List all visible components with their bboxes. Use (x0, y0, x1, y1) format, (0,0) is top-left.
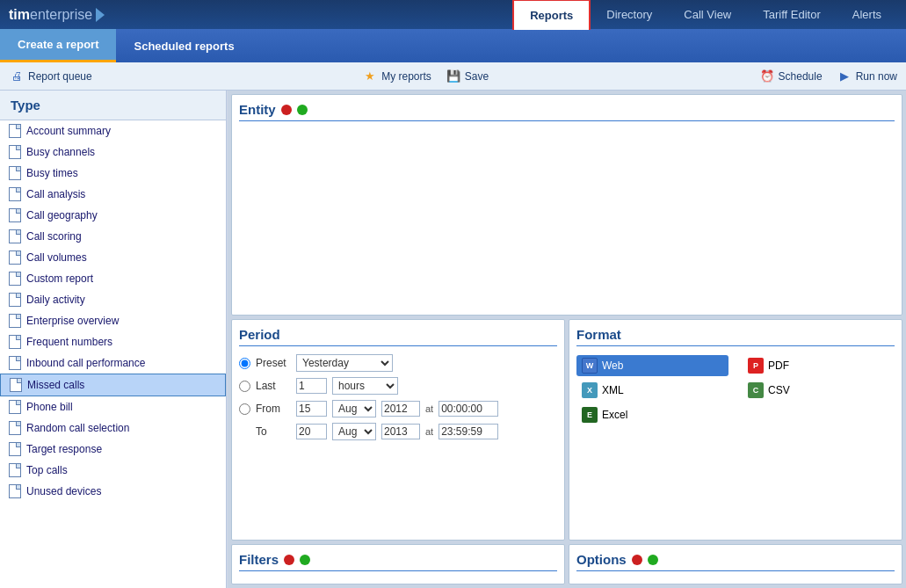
to-month-select[interactable]: JanFebMarAprMayJunJulAugSepOctNovDec (332, 423, 376, 440)
nav-item-tariff[interactable]: Tariff Editor (747, 0, 837, 29)
last-radio[interactable] (239, 381, 250, 392)
schedule-label: Schedule (779, 70, 823, 83)
format-xml-label: XML (602, 384, 624, 396)
from-month-select[interactable]: JanFebMarAprMayJunJulAugSepOctNovDec (332, 400, 376, 417)
doc-icon (9, 272, 21, 286)
at-label2: at (425, 426, 433, 437)
type-list-item[interactable]: Inbound call performance (0, 352, 226, 374)
type-item-label: Call analysis (26, 188, 85, 200)
save-button[interactable]: 💾 Save (446, 69, 489, 84)
save-label: Save (465, 70, 489, 83)
entity-box: Entity (231, 94, 902, 316)
format-grid: W Web P PDF X XML C CSV E Excel (576, 355, 895, 425)
doc-icon (9, 400, 21, 414)
main-content: Type Account summaryBusy channelsBusy ti… (0, 91, 906, 588)
clock-icon: ⏰ (759, 69, 775, 84)
preset-radio[interactable] (239, 358, 250, 369)
period-title: Period (239, 327, 557, 346)
preset-select[interactable]: TodayYesterdayThis weekLast weekThis mon… (296, 354, 393, 372)
type-list-item[interactable]: Custom report (0, 268, 226, 289)
doc-icon (9, 208, 21, 222)
entity-add-icon[interactable] (297, 105, 308, 115)
type-list-item[interactable]: Enterprise overview (0, 310, 226, 331)
report-queue-button[interactable]: 🖨 Report queue (9, 69, 92, 84)
type-item-label: Call scoring (26, 230, 82, 243)
doc-icon (9, 484, 21, 498)
filters-remove-icon[interactable] (284, 555, 294, 565)
entity-remove-icon[interactable] (281, 105, 292, 115)
type-list[interactable]: Account summaryBusy channelsBusy timesCa… (0, 120, 226, 588)
doc-icon (9, 187, 21, 201)
logo: timenterprise (9, 7, 105, 23)
csv-icon: C (748, 382, 764, 398)
nav-item-directory[interactable]: Directory (591, 0, 668, 29)
logo-tim: tim (9, 7, 30, 23)
type-list-item[interactable]: Phone bill (0, 396, 226, 417)
format-pdf-label: PDF (768, 359, 789, 372)
options-add-icon[interactable] (648, 555, 658, 565)
doc-icon (9, 229, 21, 243)
nav-item-callview[interactable]: Call View (668, 0, 747, 29)
last-num-input[interactable] (296, 378, 327, 394)
options-title: Options (576, 552, 895, 571)
type-list-item[interactable]: Call geography (0, 205, 226, 226)
type-list-item[interactable]: Daily activity (0, 289, 226, 310)
type-list-item[interactable]: Missed calls (0, 374, 226, 396)
xml-icon: X (582, 382, 598, 398)
format-xml[interactable]: X XML (576, 380, 728, 401)
type-list-item[interactable]: Call volumes (0, 247, 226, 268)
format-web[interactable]: W Web (576, 355, 728, 376)
tab-create-report[interactable]: Create a report (0, 29, 116, 62)
type-list-item[interactable]: Unused devices (0, 481, 226, 502)
doc-icon (9, 335, 21, 349)
doc-icon (9, 442, 21, 456)
filters-title: Filters (239, 552, 557, 571)
nav-item-alerts[interactable]: Alerts (837, 0, 897, 29)
filters-add-icon[interactable] (300, 555, 310, 565)
options-remove-icon[interactable] (632, 555, 642, 565)
to-year-input[interactable] (381, 424, 420, 439)
from-year-input[interactable] (381, 401, 420, 417)
format-title: Format (576, 327, 895, 346)
format-excel[interactable]: E Excel (576, 404, 728, 425)
to-day-input[interactable] (296, 424, 327, 439)
run-now-button[interactable]: ▶ Run now (837, 69, 897, 84)
type-item-label: Call geography (26, 209, 98, 221)
type-item-label: Top calls (26, 464, 68, 476)
excel-icon: E (582, 407, 598, 423)
nav-item-reports[interactable]: Reports (512, 0, 591, 30)
from-time-input[interactable] (439, 401, 498, 417)
type-list-item[interactable]: Busy times (0, 163, 226, 184)
type-list-item[interactable]: Call scoring (0, 226, 226, 247)
my-reports-button[interactable]: ★ My reports (362, 69, 431, 84)
period-box: Period Preset TodayYesterdayThis weekLas… (231, 319, 565, 541)
to-time-input[interactable] (439, 424, 498, 439)
type-list-item[interactable]: Account summary (0, 120, 226, 142)
type-list-item[interactable]: Random call selection (0, 417, 226, 439)
tab-scheduled-reports[interactable]: Scheduled reports (116, 29, 251, 62)
doc-icon (9, 421, 21, 435)
from-radio[interactable] (239, 403, 250, 415)
doc-icon (9, 463, 21, 477)
type-item-label: Busy channels (26, 146, 95, 158)
last-unit-select[interactable]: hoursdaysweeks (332, 377, 398, 395)
schedule-button[interactable]: ⏰ Schedule (759, 69, 823, 84)
format-csv[interactable]: C CSV (743, 380, 895, 401)
format-web-label: Web (602, 359, 623, 372)
type-item-label: Phone bill (26, 401, 73, 413)
format-pdf[interactable]: P PDF (743, 355, 895, 376)
report-queue-label: Report queue (28, 70, 92, 83)
type-item-label: Target response (26, 443, 102, 455)
from-day-input[interactable] (296, 401, 327, 417)
type-list-item[interactable]: Call analysis (0, 184, 226, 205)
logo-arrow-icon (96, 8, 105, 22)
format-excel-label: Excel (602, 409, 627, 421)
star-icon: ★ (362, 69, 378, 84)
type-list-item[interactable]: Target response (0, 439, 226, 460)
type-list-item[interactable]: Busy channels (0, 142, 226, 163)
type-list-item[interactable]: Top calls (0, 460, 226, 481)
web-icon: W (582, 358, 598, 374)
type-list-item[interactable]: Frequent numbers (0, 331, 226, 352)
preset-label: Preset (256, 357, 291, 369)
from-label: From (256, 403, 291, 415)
